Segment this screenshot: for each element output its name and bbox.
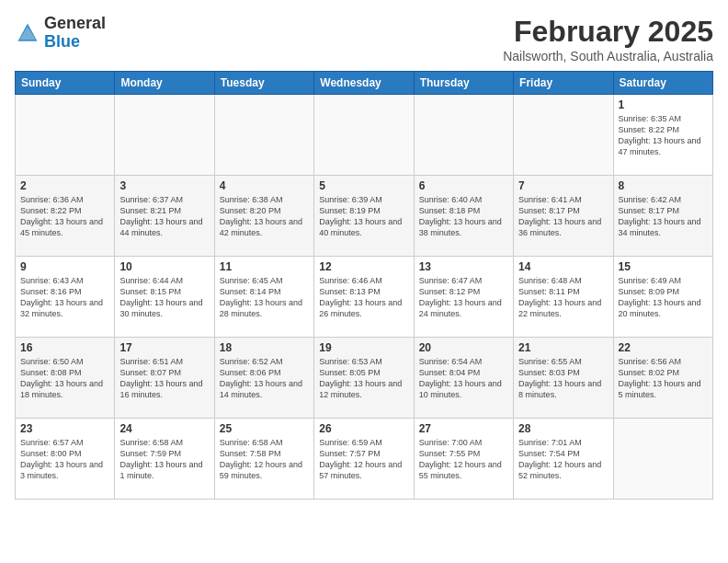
calendar-cell: 27Sunrise: 7:00 AM Sunset: 7:55 PM Dayli…	[414, 419, 513, 500]
day-info: Sunrise: 6:48 AM Sunset: 8:11 PM Dayligh…	[518, 275, 608, 320]
day-number: 16	[20, 341, 109, 354]
calendar-cell: 12Sunrise: 6:46 AM Sunset: 8:13 PM Dayli…	[314, 257, 414, 338]
day-number: 5	[319, 179, 408, 192]
calendar-cell	[214, 95, 313, 176]
day-number: 8	[619, 179, 708, 192]
day-info: Sunrise: 6:57 AM Sunset: 8:00 PM Dayligh…	[20, 437, 109, 482]
day-number: 6	[419, 179, 508, 192]
day-header-monday: Monday	[115, 72, 214, 95]
day-info: Sunrise: 6:53 AM Sunset: 8:05 PM Dayligh…	[319, 356, 408, 401]
calendar-cell: 3Sunrise: 6:37 AM Sunset: 8:21 PM Daylig…	[115, 176, 214, 257]
day-info: Sunrise: 6:50 AM Sunset: 8:08 PM Dayligh…	[20, 356, 109, 401]
day-info: Sunrise: 6:58 AM Sunset: 7:59 PM Dayligh…	[119, 437, 209, 482]
day-info: Sunrise: 6:56 AM Sunset: 8:02 PM Dayligh…	[619, 356, 708, 401]
day-number: 14	[518, 260, 608, 273]
day-header-saturday: Saturday	[613, 72, 712, 95]
day-header-tuesday: Tuesday	[214, 72, 313, 95]
day-info: Sunrise: 6:46 AM Sunset: 8:13 PM Dayligh…	[319, 275, 408, 320]
day-header-sunday: Sunday	[16, 72, 115, 95]
week-row-3: 16Sunrise: 6:50 AM Sunset: 8:08 PM Dayli…	[16, 338, 713, 419]
month-title: February 2025	[503, 15, 713, 49]
day-info: Sunrise: 6:43 AM Sunset: 8:16 PM Dayligh…	[20, 275, 109, 320]
logo-blue: Blue	[44, 33, 106, 52]
header: General Blue February 2025 Nailsworth, S…	[15, 15, 713, 63]
calendar-cell: 9Sunrise: 6:43 AM Sunset: 8:16 PM Daylig…	[16, 257, 115, 338]
calendar-cell	[414, 95, 513, 176]
calendar-cell: 16Sunrise: 6:50 AM Sunset: 8:08 PM Dayli…	[16, 338, 115, 419]
day-number: 22	[619, 341, 708, 354]
week-row-2: 9Sunrise: 6:43 AM Sunset: 8:16 PM Daylig…	[16, 257, 713, 338]
calendar-cell: 26Sunrise: 6:59 AM Sunset: 7:57 PM Dayli…	[314, 419, 414, 500]
calendar-cell: 23Sunrise: 6:57 AM Sunset: 8:00 PM Dayli…	[16, 419, 115, 500]
day-info: Sunrise: 6:41 AM Sunset: 8:17 PM Dayligh…	[518, 194, 608, 239]
day-info: Sunrise: 6:55 AM Sunset: 8:03 PM Dayligh…	[518, 356, 608, 401]
day-info: Sunrise: 6:37 AM Sunset: 8:21 PM Dayligh…	[119, 194, 209, 239]
calendar-cell	[514, 95, 613, 176]
day-info: Sunrise: 6:52 AM Sunset: 8:06 PM Dayligh…	[220, 356, 309, 401]
week-row-1: 2Sunrise: 6:36 AM Sunset: 8:22 PM Daylig…	[16, 176, 713, 257]
calendar-cell	[314, 95, 414, 176]
day-number: 28	[518, 422, 608, 435]
day-number: 12	[319, 260, 408, 273]
day-info: Sunrise: 6:45 AM Sunset: 8:14 PM Dayligh…	[220, 275, 309, 320]
day-info: Sunrise: 6:58 AM Sunset: 7:58 PM Dayligh…	[220, 437, 309, 482]
day-number: 20	[419, 341, 508, 354]
day-number: 9	[20, 260, 109, 273]
logo-text: General Blue	[44, 15, 106, 52]
day-info: Sunrise: 6:42 AM Sunset: 8:17 PM Dayligh…	[619, 194, 708, 239]
calendar-cell: 11Sunrise: 6:45 AM Sunset: 8:14 PM Dayli…	[214, 257, 313, 338]
logo-general: General	[44, 15, 106, 33]
day-number: 13	[419, 260, 508, 273]
day-number: 4	[220, 179, 309, 192]
calendar-header-row: SundayMondayTuesdayWednesdayThursdayFrid…	[16, 72, 713, 95]
calendar-cell: 10Sunrise: 6:44 AM Sunset: 8:15 PM Dayli…	[115, 257, 214, 338]
day-info: Sunrise: 6:40 AM Sunset: 8:18 PM Dayligh…	[419, 194, 508, 239]
calendar-cell	[115, 95, 214, 176]
day-info: Sunrise: 6:36 AM Sunset: 8:22 PM Dayligh…	[20, 194, 109, 239]
day-number: 19	[319, 341, 408, 354]
calendar-cell: 21Sunrise: 6:55 AM Sunset: 8:03 PM Dayli…	[514, 338, 613, 419]
calendar-cell: 24Sunrise: 6:58 AM Sunset: 7:59 PM Dayli…	[115, 419, 214, 500]
calendar-cell	[16, 95, 115, 176]
day-number: 7	[518, 179, 608, 192]
day-info: Sunrise: 6:59 AM Sunset: 7:57 PM Dayligh…	[319, 437, 408, 482]
day-info: Sunrise: 6:39 AM Sunset: 8:19 PM Dayligh…	[319, 194, 408, 239]
week-row-4: 23Sunrise: 6:57 AM Sunset: 8:00 PM Dayli…	[16, 419, 713, 500]
day-number: 1	[619, 98, 708, 111]
day-info: Sunrise: 6:44 AM Sunset: 8:15 PM Dayligh…	[119, 275, 209, 320]
logo-icon	[15, 20, 40, 46]
day-info: Sunrise: 7:01 AM Sunset: 7:54 PM Dayligh…	[518, 437, 608, 482]
calendar-cell: 2Sunrise: 6:36 AM Sunset: 8:22 PM Daylig…	[16, 176, 115, 257]
day-number: 24	[119, 422, 209, 435]
day-number: 11	[220, 260, 309, 273]
day-number: 25	[220, 422, 309, 435]
day-number: 26	[319, 422, 408, 435]
calendar-cell: 17Sunrise: 6:51 AM Sunset: 8:07 PM Dayli…	[115, 338, 214, 419]
calendar-cell: 28Sunrise: 7:01 AM Sunset: 7:54 PM Dayli…	[514, 419, 613, 500]
week-row-0: 1Sunrise: 6:35 AM Sunset: 8:22 PM Daylig…	[16, 95, 713, 176]
day-info: Sunrise: 6:49 AM Sunset: 8:09 PM Dayligh…	[619, 275, 708, 320]
calendar: SundayMondayTuesdayWednesdayThursdayFrid…	[15, 71, 713, 500]
calendar-cell: 13Sunrise: 6:47 AM Sunset: 8:12 PM Dayli…	[414, 257, 513, 338]
calendar-cell	[613, 419, 712, 500]
day-number: 2	[20, 179, 109, 192]
calendar-cell: 15Sunrise: 6:49 AM Sunset: 8:09 PM Dayli…	[613, 257, 712, 338]
logo: General Blue	[15, 15, 106, 52]
day-info: Sunrise: 6:35 AM Sunset: 8:22 PM Dayligh…	[619, 113, 708, 158]
day-info: Sunrise: 6:51 AM Sunset: 8:07 PM Dayligh…	[119, 356, 209, 401]
day-number: 21	[518, 341, 608, 354]
title-block: February 2025 Nailsworth, South Australi…	[503, 15, 713, 63]
day-info: Sunrise: 6:47 AM Sunset: 8:12 PM Dayligh…	[419, 275, 508, 320]
calendar-cell: 19Sunrise: 6:53 AM Sunset: 8:05 PM Dayli…	[314, 338, 414, 419]
day-number: 17	[119, 341, 209, 354]
day-number: 15	[619, 260, 708, 273]
svg-marker-1	[19, 27, 36, 40]
day-header-wednesday: Wednesday	[314, 72, 414, 95]
calendar-cell: 8Sunrise: 6:42 AM Sunset: 8:17 PM Daylig…	[613, 176, 712, 257]
day-number: 27	[419, 422, 508, 435]
calendar-cell: 14Sunrise: 6:48 AM Sunset: 8:11 PM Dayli…	[514, 257, 613, 338]
day-info: Sunrise: 6:38 AM Sunset: 8:20 PM Dayligh…	[220, 194, 309, 239]
calendar-cell: 22Sunrise: 6:56 AM Sunset: 8:02 PM Dayli…	[613, 338, 712, 419]
calendar-cell: 5Sunrise: 6:39 AM Sunset: 8:19 PM Daylig…	[314, 176, 414, 257]
day-number: 18	[220, 341, 309, 354]
